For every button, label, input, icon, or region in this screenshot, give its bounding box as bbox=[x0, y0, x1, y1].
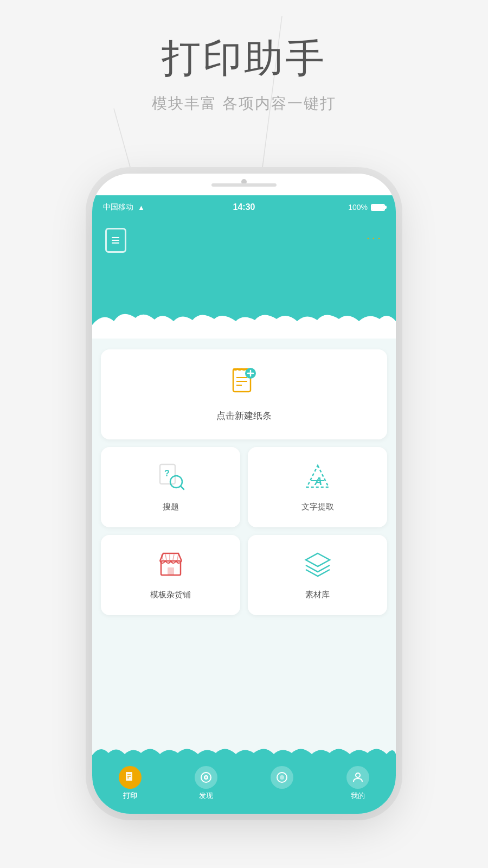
new-note-label: 点击新建纸条 bbox=[216, 410, 272, 422]
nav-item-discover[interactable]: 发现 bbox=[168, 764, 244, 801]
search-question-label: 搜题 bbox=[163, 502, 179, 512]
text-extract-card[interactable]: A 文字提取 bbox=[248, 447, 387, 527]
svg-point-30 bbox=[204, 776, 208, 779]
svg-line-19 bbox=[165, 554, 166, 560]
nav-print-label: 打印 bbox=[123, 791, 137, 801]
new-note-icon bbox=[229, 367, 259, 402]
carrier-text: 中国移动 bbox=[103, 202, 133, 212]
nav-item-mine[interactable]: 我的 bbox=[320, 764, 396, 801]
nav-item-center[interactable] bbox=[244, 764, 320, 791]
app-logo[interactable]: ≡ bbox=[105, 228, 126, 253]
nav-mine-label: 我的 bbox=[351, 791, 365, 801]
cloud-decoration bbox=[92, 306, 396, 339]
phone-speaker bbox=[211, 183, 277, 187]
template-store-card[interactable]: 模板杂货铺 bbox=[101, 535, 240, 615]
text-extract-label: 文字提取 bbox=[301, 502, 334, 512]
material-library-card[interactable]: 素材库 bbox=[248, 535, 387, 615]
svg-rect-17 bbox=[168, 567, 174, 575]
template-store-icon bbox=[157, 550, 185, 583]
nav-mine-icon-circle bbox=[346, 766, 369, 789]
svg-line-12 bbox=[181, 486, 184, 489]
material-library-icon bbox=[304, 550, 332, 583]
card-row-1: ? 搜题 A bbox=[101, 447, 387, 527]
svg-line-21 bbox=[173, 554, 174, 560]
bottom-cloud-decoration bbox=[92, 744, 396, 762]
search-question-icon: ? bbox=[157, 462, 185, 495]
app-main-title: 打印助手 bbox=[0, 33, 488, 85]
nav-item-print[interactable]: 打印 bbox=[92, 764, 168, 801]
bottom-nav: 打印 发现 bbox=[92, 760, 396, 814]
phone-mockup: 中国移动 ▲ 14:30 100% ≡ ··· bbox=[92, 174, 396, 814]
status-time: 14:30 bbox=[233, 202, 255, 212]
svg-point-32 bbox=[280, 775, 284, 780]
status-bar: 中国移动 ▲ 14:30 100% bbox=[92, 195, 396, 219]
app-header: ≡ ··· bbox=[92, 219, 396, 339]
svg-marker-23 bbox=[306, 553, 330, 566]
nav-discover-label: 发现 bbox=[199, 791, 213, 801]
wifi-icon: ▲ bbox=[138, 203, 145, 212]
svg-line-22 bbox=[177, 554, 178, 560]
app-content: 点击新建纸条 ? 搜题 bbox=[92, 339, 396, 760]
nav-discover-icon-circle bbox=[195, 766, 217, 789]
svg-text:?: ? bbox=[164, 469, 170, 478]
nav-print-icon-circle bbox=[119, 766, 142, 789]
nav-center-icon-circle bbox=[271, 766, 293, 789]
svg-point-33 bbox=[356, 773, 360, 777]
svg-text:A: A bbox=[314, 475, 322, 487]
text-extract-icon: A bbox=[304, 462, 332, 495]
more-menu-button[interactable]: ··· bbox=[367, 231, 383, 245]
template-store-label: 模板杂货铺 bbox=[150, 590, 191, 600]
battery-icon bbox=[371, 204, 385, 211]
material-library-label: 素材库 bbox=[305, 590, 330, 600]
search-question-card[interactable]: ? 搜题 bbox=[101, 447, 240, 527]
app-sub-title: 模块丰富 各项内容一键打 bbox=[0, 93, 488, 114]
new-note-card[interactable]: 点击新建纸条 bbox=[101, 349, 387, 439]
card-row-2: 模板杂货铺 素材库 bbox=[101, 535, 387, 615]
battery-percent: 100% bbox=[348, 203, 368, 212]
